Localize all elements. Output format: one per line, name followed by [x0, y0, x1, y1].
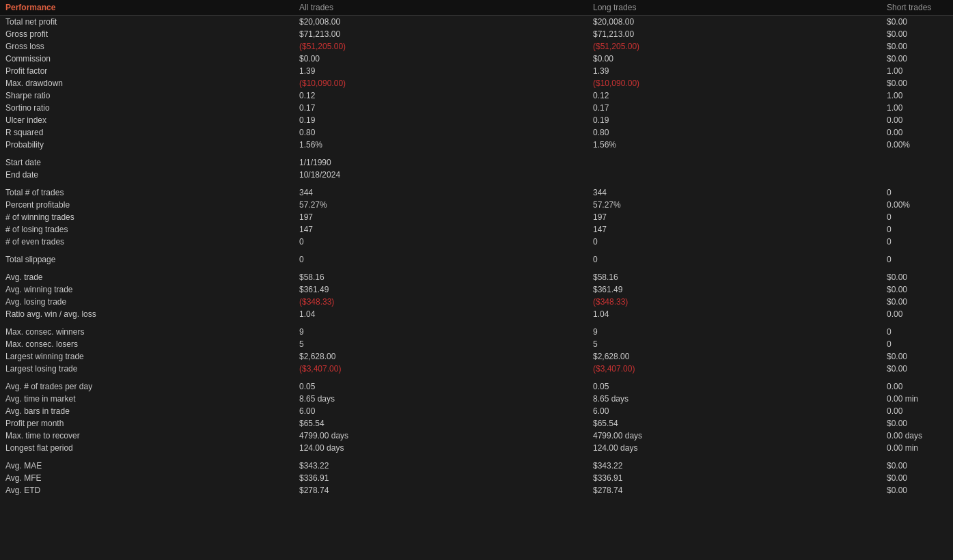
table-row: Avg. MFE$336.91$336.91$0.00	[0, 472, 953, 484]
header-long-trades: Long trades	[588, 0, 881, 16]
all-trades-value: $20,008.00	[294, 16, 588, 29]
row-label: Avg. trade	[0, 271, 294, 283]
row-label: Total net profit	[0, 16, 294, 29]
long-trades-value: $20,008.00	[588, 16, 881, 29]
short-trades-value: 0.00%	[881, 139, 953, 151]
long-trades-value: 344	[588, 186, 881, 199]
row-label: Max. drawdown	[0, 77, 294, 89]
short-trades-value: 1.00	[881, 65, 953, 77]
all-trades-value: ($51,205.00)	[294, 40, 588, 53]
performance-table-container: Performance All trades Long trades Short…	[0, 0, 953, 560]
short-trades-value: $0.00	[881, 363, 953, 375]
long-trades-value: 0.17	[588, 102, 881, 114]
short-trades-value: $0.00	[881, 40, 953, 53]
all-trades-value: 0.80	[294, 126, 588, 139]
table-row: Avg. time in market8.65 days8.65 days0.0…	[0, 393, 953, 405]
long-trades-value: 147	[588, 223, 881, 236]
all-trades-value: ($10,090.00)	[294, 77, 588, 89]
spacer-row	[0, 454, 953, 460]
row-label: Total slippage	[0, 253, 294, 266]
short-trades-value: 0.00	[881, 405, 953, 417]
long-trades-value: 4799.00 days	[588, 430, 881, 442]
table-row: Max. drawdown($10,090.00)($10,090.00)$0.…	[0, 77, 953, 89]
long-trades-value: 8.65 days	[588, 393, 881, 405]
row-label: Avg. MFE	[0, 472, 294, 484]
table-row: Total net profit$20,008.00$20,008.00$0.0…	[0, 16, 953, 29]
table-row: Profit per month$65.54$65.54$0.00	[0, 417, 953, 430]
all-trades-value: $336.91	[294, 472, 588, 484]
all-trades-value: 1/1/1990	[294, 156, 588, 169]
long-trades-value: $343.22	[588, 460, 881, 472]
short-trades-value: $0.00	[881, 484, 953, 496]
long-trades-value: $336.91	[588, 472, 881, 484]
short-trades-value: 1.00	[881, 89, 953, 102]
short-trades-value: $0.00	[881, 28, 953, 40]
table-row: Avg. winning trade$361.49$361.49$0.00	[0, 283, 953, 296]
row-label: Percent profitable	[0, 199, 294, 211]
header-short-trades: Short trades	[881, 0, 953, 16]
short-trades-value: 0.00	[881, 380, 953, 393]
long-trades-value: 0.80	[588, 126, 881, 139]
all-trades-value: 57.27%	[294, 199, 588, 211]
row-label: Avg. time in market	[0, 393, 294, 405]
row-label: Longest flat period	[0, 442, 294, 454]
short-trades-value: 0.00%	[881, 199, 953, 211]
all-trades-value: $2,628.00	[294, 350, 588, 363]
all-trades-value: 0.05	[294, 380, 588, 393]
all-trades-value: 147	[294, 223, 588, 236]
short-trades-value: 0.00 min	[881, 393, 953, 405]
short-trades-value: 0.00	[881, 308, 953, 320]
short-trades-value: $0.00	[881, 283, 953, 296]
long-trades-value: $58.16	[588, 271, 881, 283]
row-label: Profit per month	[0, 417, 294, 430]
all-trades-value: 4799.00 days	[294, 430, 588, 442]
short-trades-value: 0	[881, 186, 953, 199]
row-label: Avg. # of trades per day	[0, 380, 294, 393]
long-trades-value: $278.74	[588, 484, 881, 496]
row-label: Max. consec. losers	[0, 338, 294, 350]
table-row: Max. consec. winners990	[0, 326, 953, 338]
all-trades-value: 6.00	[294, 405, 588, 417]
long-trades-value: ($10,090.00)	[588, 77, 881, 89]
short-trades-value	[881, 169, 953, 181]
long-trades-value	[588, 169, 881, 181]
table-row: End date10/18/2024	[0, 169, 953, 181]
all-trades-value: $278.74	[294, 484, 588, 496]
short-trades-value: $0.00	[881, 472, 953, 484]
spacer-row	[0, 151, 953, 156]
short-trades-value: 0.00 min	[881, 442, 953, 454]
long-trades-value: 0.05	[588, 380, 881, 393]
table-row: Commission$0.00$0.00$0.00	[0, 53, 953, 65]
long-trades-value: 0.19	[588, 114, 881, 126]
row-label: Sortino ratio	[0, 102, 294, 114]
row-label: Ratio avg. win / avg. loss	[0, 308, 294, 320]
table-row: # of even trades000	[0, 236, 953, 248]
long-trades-value: $71,213.00	[588, 28, 881, 40]
table-row: Gross profit$71,213.00$71,213.00$0.00	[0, 28, 953, 40]
all-trades-value: 1.39	[294, 65, 588, 77]
all-trades-value: 0	[294, 253, 588, 266]
short-trades-value	[881, 156, 953, 169]
long-trades-value: 0	[588, 236, 881, 248]
short-trades-value: $0.00	[881, 16, 953, 29]
row-label: Max. time to recover	[0, 430, 294, 442]
row-label: # of losing trades	[0, 223, 294, 236]
long-trades-value: 57.27%	[588, 199, 881, 211]
table-row: R squared0.800.800.00	[0, 126, 953, 139]
long-trades-value: ($348.33)	[588, 296, 881, 308]
table-row: Sortino ratio0.170.171.00	[0, 102, 953, 114]
long-trades-value: $2,628.00	[588, 350, 881, 363]
spacer-row	[0, 266, 953, 271]
table-row: Start date1/1/1990	[0, 156, 953, 169]
row-label: Avg. winning trade	[0, 283, 294, 296]
all-trades-value: 0.19	[294, 114, 588, 126]
short-trades-value: $0.00	[881, 77, 953, 89]
short-trades-value: $0.00	[881, 271, 953, 283]
row-label: Probability	[0, 139, 294, 151]
row-label: Sharpe ratio	[0, 89, 294, 102]
short-trades-value: $0.00	[881, 53, 953, 65]
all-trades-value: 344	[294, 186, 588, 199]
all-trades-value: 0.12	[294, 89, 588, 102]
all-trades-value: 0.17	[294, 102, 588, 114]
header-all-trades: All trades	[294, 0, 588, 16]
